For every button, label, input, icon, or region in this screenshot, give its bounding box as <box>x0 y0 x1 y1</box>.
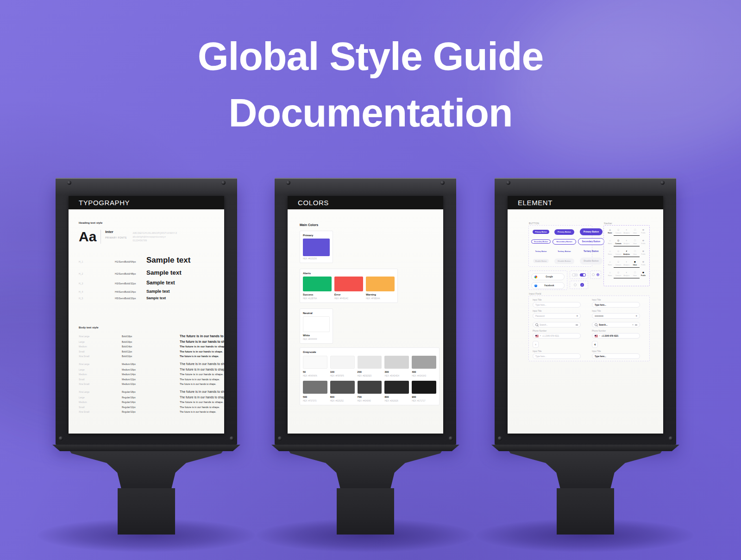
nav-item-inbox[interactable]: □Inbox <box>631 239 639 245</box>
google-login-button[interactable]: Google <box>531 273 565 280</box>
gray-swatch <box>303 356 327 369</box>
radio-unchecked[interactable] <box>592 273 595 276</box>
secondary-button-lg[interactable]: Secondary Button <box>578 238 605 245</box>
body-group-medium: Xtra LargeMedium/18pxThe future is in ou… <box>79 362 224 385</box>
clear-icon[interactable]: × <box>632 324 634 326</box>
secondary-button-sm[interactable]: Secondary Button <box>531 239 551 244</box>
primary-button-lg[interactable]: Primary Button <box>580 228 603 235</box>
text-input-filled[interactable]: Type here... <box>592 302 640 308</box>
stand-shelf <box>491 445 679 451</box>
chevron-down-icon[interactable]: ▾ <box>599 335 600 337</box>
gray-swatch <box>384 356 409 369</box>
body-row: Xtra LargeRegular/18pxThe future is in o… <box>79 390 224 394</box>
nav-item-contacts[interactable]: ☺Contacts <box>615 228 622 234</box>
nav-item-profile[interactable]: ☻Profile <box>640 239 647 245</box>
nav-item-analytics[interactable]: ◐Analytics <box>623 260 630 266</box>
body-row: Xtra SmallRegular/10pxThe future is in o… <box>79 410 224 413</box>
nav-item-analytics[interactable]: ◐Analytics <box>623 239 630 245</box>
nav-item-inbox[interactable]: □Inbox <box>631 250 639 255</box>
gray-cell: 100HEX: #F5F5F5 <box>330 356 355 377</box>
nav-item-profile[interactable]: ☻Profile <box>640 250 647 255</box>
nav-item-contacts[interactable]: ☺Contacts <box>615 239 622 245</box>
filter-icon[interactable] <box>635 324 637 326</box>
nav-item-inbox[interactable]: ■Inbox <box>631 260 639 266</box>
toggle-off[interactable] <box>572 273 578 277</box>
nav-item-analytics[interactable]: ◐Analytics <box>623 250 630 255</box>
nav-item-home[interactable]: ⌂Home <box>606 271 614 277</box>
facebook-login-button[interactable]: f Facebook <box>531 282 565 289</box>
checkbox-checked-icon[interactable]: ✓ <box>580 283 584 287</box>
nav-item-home[interactable]: ⌂Home <box>606 250 614 255</box>
body-group-regular: Xtra LargeRegular/18pxThe future is in o… <box>79 390 224 413</box>
profile-icon: ☻ <box>642 260 645 264</box>
poster-title: COLORS <box>298 199 329 207</box>
navbar-row: ⌂Home ☺Contacts ◐Analytics □Inbox ☻Profi… <box>606 239 647 246</box>
nav-item-analytics[interactable]: ◐Analytics <box>623 228 630 234</box>
toggle-on[interactable] <box>580 273 586 277</box>
analytics-icon: ◐ <box>626 271 628 274</box>
radio-unchecked[interactable] <box>574 283 577 286</box>
text-input-filled[interactable]: Type here... <box>592 353 640 359</box>
nav-item-profile[interactable]: ☻Profile <box>640 228 647 234</box>
screw-icon <box>67 181 71 185</box>
nav-item-inbox[interactable]: □Inbox <box>631 228 639 234</box>
gray-cell: 400HEX: #A3A3A3 <box>412 356 436 377</box>
secondary-button-md[interactable]: Secondary Button <box>553 239 576 245</box>
gray-cell: 800HEX: #262626 <box>384 381 409 402</box>
search-input-filled[interactable]: Search...× <box>592 322 640 327</box>
body-row: SmallMedium/12pxThe future is in our han… <box>79 378 224 381</box>
social-login-box: Google f Facebook <box>528 271 567 290</box>
search-input[interactable]: Search... <box>533 322 581 327</box>
filter-icon[interactable] <box>576 324 578 326</box>
nav-item-home[interactable]: ⌂Home <box>606 260 614 266</box>
stand-shelf <box>52 445 240 451</box>
primary-button-md[interactable]: Primary Button <box>554 229 574 235</box>
nav-item-profile[interactable]: ☻Profile <box>640 260 647 266</box>
nav-item-profile[interactable]: ☻Profile <box>640 271 647 277</box>
search-icon <box>535 323 538 326</box>
heading-row: H_5 H5/SemiBold/20px Sample text <box>79 296 190 301</box>
poster-header: TYPOGRAPHY <box>69 196 224 209</box>
tertiary-button-sm[interactable]: Tertiary Button <box>533 249 549 253</box>
chevron-down-icon[interactable]: ▾ <box>540 335 541 337</box>
password-input-filled[interactable]: ••••••••••••◉ <box>592 313 640 319</box>
nav-item-contacts[interactable]: ☺Contacts <box>615 260 622 266</box>
primary-swatch <box>303 239 330 256</box>
body-row: SmallRegular/12pxThe future is in our ha… <box>79 406 224 409</box>
radio-checked[interactable] <box>597 273 599 276</box>
primary-button-sm[interactable]: Primary Button <box>533 230 549 234</box>
poster-title: ELEMENT <box>518 199 553 207</box>
text-input[interactable]: Type here... <box>533 302 581 308</box>
main-colors-label: Main Colors <box>300 223 318 227</box>
alphabet-sample: ABCDEFGHIJKLMNOPQRSTUVWXYZ abcdefghijklm… <box>133 231 177 242</box>
input-title-label: Input Title <box>592 350 643 352</box>
text-input[interactable]: Type here... <box>533 353 581 359</box>
gray-cell: 50HEX: #FAFAFA <box>303 356 327 377</box>
display-frame: COLORS Main Colors Primary HEX: #6152D6 … <box>275 178 456 445</box>
navbar-row: ⌂Home ☺Contacts ◐Analytics □Inbox ☻Profi… <box>606 250 647 257</box>
nav-item-contacts[interactable]: ☺Contacts <box>615 271 622 277</box>
gray-cell: 900HEX: #171717 <box>412 381 436 402</box>
phone-input[interactable]: ▾+1 2345 678 4321 <box>533 333 581 339</box>
input-title-label: Input Title <box>592 299 643 301</box>
tertiary-button-md[interactable]: Tertiary Button <box>554 249 574 254</box>
heading-scale-table: H_1 H1/SemiBold/64px Sample text H_2 H2/… <box>79 256 190 301</box>
inbox-icon: □ <box>634 250 636 253</box>
analytics-icon: ◐ <box>626 260 628 264</box>
password-input[interactable]: Password◉ <box>533 313 581 319</box>
otp-digit-box-filled[interactable]: 4 <box>592 341 598 348</box>
nav-item-home[interactable]: ⌂Home <box>606 228 614 234</box>
nav-item-contacts[interactable]: ☺Contacts <box>615 250 622 255</box>
phone-input-filled[interactable]: ▾+1 2345 678 4321 <box>592 333 640 339</box>
tertiary-button-lg[interactable]: Tertiary Button <box>580 248 603 255</box>
eye-icon[interactable]: ◉ <box>636 315 638 317</box>
nav-item-inbox[interactable]: □Inbox <box>631 271 639 277</box>
nav-item-home[interactable]: ⌂Home <box>606 239 614 245</box>
divider <box>100 230 101 244</box>
input-specimen-box: Input Title Type here... Input Title Pas… <box>528 296 650 361</box>
input-title-label: Input Title <box>533 299 584 301</box>
eye-icon[interactable]: ◉ <box>577 315 578 317</box>
otp-digit-box[interactable]: 4 <box>533 341 539 348</box>
nav-item-analytics[interactable]: ◐Analytics <box>623 271 630 277</box>
input-column-default: Input Title Type here... Input Title Pas… <box>533 299 584 359</box>
